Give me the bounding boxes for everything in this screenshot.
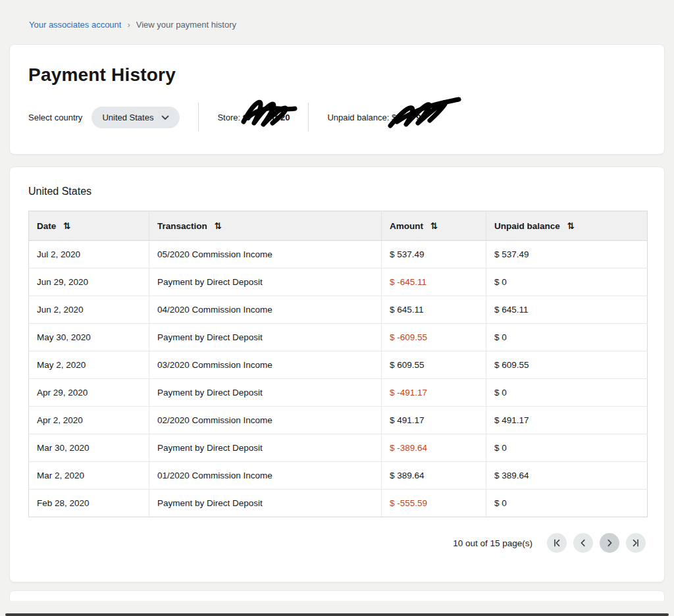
sort-icon[interactable]: ⇅ (215, 220, 222, 231)
cell-date: Jun 29, 2020 (29, 269, 149, 296)
next-section-card-edge (9, 590, 665, 601)
payment-history-table: Date ⇅ Transaction ⇅ Amount ⇅ Unpai (28, 211, 648, 517)
cell-amount: $ -609.55 (382, 324, 486, 351)
previous-page-button[interactable] (573, 533, 593, 553)
amount-value: $ 389.64 (390, 471, 425, 480)
cell-transaction: 04/2020 Commission Income (149, 296, 382, 324)
bottom-edge-bar (5, 613, 669, 616)
cell-date: Feb 28, 2020 (29, 490, 149, 517)
table-row: Mar 30, 2020 Payment by Direct Deposit $… (29, 434, 648, 462)
cell-transaction: 03/2020 Commission Income (149, 351, 382, 379)
table-row: May 2, 2020 03/2020 Commission Income $ … (29, 351, 648, 379)
column-header[interactable]: Unpaid balance ⇅ (486, 211, 648, 241)
table-row: Mar 2, 2020 01/2020 Commission Income $ … (29, 462, 648, 490)
amount-value: $ -645.11 (390, 277, 427, 287)
cell-unpaid-balance: $ 0 (486, 269, 648, 296)
table-row: Jun 29, 2020 Payment by Direct Deposit $… (29, 269, 648, 296)
table-body: Jul 2, 2020 05/2020 Commission Income $ … (29, 241, 648, 517)
amount-value: $ 491.17 (390, 415, 425, 425)
breadcrumb: Your associates account › View your paym… (0, 0, 674, 30)
cell-date: Jul 2, 2020 (29, 241, 149, 269)
store-label: Store: (217, 113, 240, 122)
unpaid-balance-label: Unpaid balance: $ (327, 113, 396, 122)
store-id: Store: touff-20 (217, 113, 290, 122)
column-header[interactable]: Amount ⇅ (382, 211, 486, 241)
header-controls: Select country United States Store: touf… (28, 103, 646, 132)
cell-date: Jun 2, 2020 (29, 296, 149, 324)
column-header-label: Amount (390, 221, 423, 231)
last-page-button[interactable] (626, 533, 646, 553)
sort-icon[interactable]: ⇅ (63, 220, 70, 231)
cell-date: May 30, 2020 (29, 324, 149, 351)
cell-amount: $ 537.49 (382, 241, 486, 269)
column-header[interactable]: Date ⇅ (29, 211, 149, 241)
amount-value: $ -555.59 (390, 498, 427, 508)
column-header-label: Unpaid balance (494, 221, 560, 231)
cell-amount: $ 389.64 (382, 462, 486, 490)
cell-unpaid-balance: $ 537.49 (486, 241, 648, 269)
store-id-start: to (243, 113, 251, 122)
amount-value: $ -389.64 (390, 443, 427, 453)
first-page-icon (552, 538, 561, 548)
pagination: 10 out of 15 page(s) (28, 533, 646, 553)
cell-transaction: 05/2020 Commission Income (149, 241, 382, 269)
cell-unpaid-balance: $ 645.11 (486, 296, 648, 324)
cell-date: May 2, 2020 (29, 351, 149, 379)
cell-unpaid-balance: $ 0 (486, 379, 648, 407)
last-page-icon (631, 538, 640, 548)
cell-unpaid-balance: $ 609.55 (486, 351, 648, 379)
redacted-unpaid-text (396, 120, 416, 120)
section-title-country: United States (28, 186, 646, 197)
country-select[interactable]: United States (91, 107, 180, 128)
table-header-row: Date ⇅ Transaction ⇅ Amount ⇅ Unpai (29, 211, 648, 241)
table-row: May 30, 2020 Payment by Direct Deposit $… (29, 324, 648, 351)
payment-history-header-card: Payment History Select country United St… (9, 44, 665, 155)
cell-transaction: Payment by Direct Deposit (149, 324, 382, 351)
table-row: Apr 29, 2020 Payment by Direct Deposit $… (29, 379, 648, 407)
cell-date: Mar 2, 2020 (29, 462, 149, 490)
first-page-button[interactable] (547, 533, 567, 553)
cell-date: Mar 30, 2020 (29, 434, 149, 462)
cell-amount: $ -491.17 (382, 379, 486, 407)
cell-transaction: Payment by Direct Deposit (149, 269, 382, 296)
unpaid-balance-summary: Unpaid balance: $96 (327, 113, 425, 122)
column-header[interactable]: Transaction ⇅ (149, 211, 382, 241)
cell-amount: $ 609.55 (382, 351, 486, 379)
chevron-right-icon (605, 538, 614, 548)
cell-date: Apr 2, 2020 (29, 407, 149, 434)
cell-amount: $ -389.64 (382, 434, 486, 462)
amount-value: $ -609.55 (390, 332, 427, 342)
chevron-down-icon (161, 113, 169, 122)
amount-value: $ 645.11 (390, 305, 424, 315)
cell-transaction: 02/2020 Commission Income (149, 407, 382, 434)
cell-amount: $ -555.59 (382, 490, 486, 517)
unpaid-balance-end: 96 (416, 113, 425, 122)
column-header-label: Date (37, 221, 56, 231)
chevron-left-icon (579, 538, 588, 548)
cell-unpaid-balance: $ 389.64 (486, 462, 648, 490)
country-select-value: United States (102, 113, 153, 122)
cell-transaction: 01/2020 Commission Income (149, 462, 382, 490)
breadcrumb-separator: › (127, 20, 130, 30)
cell-amount: $ -645.11 (382, 269, 486, 296)
table-row: Jul 2, 2020 05/2020 Commission Income $ … (29, 241, 648, 269)
sort-icon[interactable]: ⇅ (430, 220, 438, 231)
breadcrumb-current: View your payment history (136, 20, 236, 30)
sort-icon[interactable]: ⇅ (567, 220, 575, 231)
select-country-label: Select country (28, 113, 82, 122)
breadcrumb-link-associates-account[interactable]: Your associates account (29, 20, 121, 30)
table-row: Feb 28, 2020 Payment by Direct Deposit $… (29, 490, 648, 517)
cell-amount: $ 491.17 (382, 407, 486, 434)
pagination-summary: 10 out of 15 page(s) (453, 538, 532, 548)
cell-unpaid-balance: $ 0 (486, 434, 648, 462)
redaction-scribble-store (240, 91, 301, 130)
next-page-button[interactable] (600, 533, 619, 553)
store-id-end: uff-20 (267, 113, 290, 122)
cell-unpaid-balance: $ 0 (486, 324, 648, 351)
table-row: Jun 2, 2020 04/2020 Commission Income $ … (29, 296, 648, 324)
redaction-scribble-unpaid (388, 89, 465, 130)
redacted-store-text (251, 120, 267, 120)
cell-amount: $ 645.11 (382, 296, 486, 324)
amount-value: $ -491.17 (390, 388, 427, 398)
cell-unpaid-balance: $ 0 (486, 490, 648, 517)
